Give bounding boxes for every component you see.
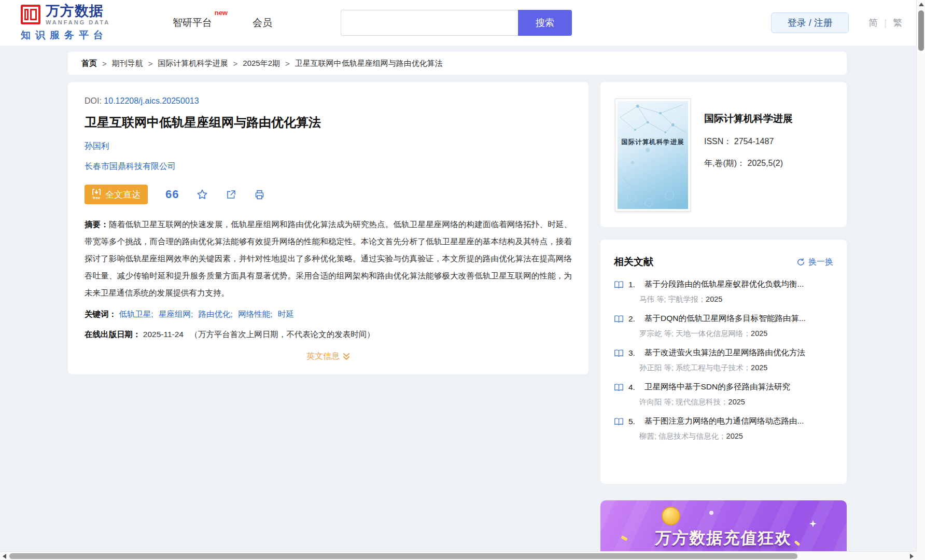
book-icon bbox=[614, 417, 624, 426]
related-doc-meta: 孙正阳 等; 系统工程与电子技术；2025 bbox=[639, 363, 833, 373]
related-doc-link[interactable]: 卫星网络中基于SDN的多径路由算法研究 bbox=[644, 382, 790, 393]
keyword-separator: ; bbox=[191, 310, 193, 318]
breadcrumb-journal-nav[interactable]: 期刊导航 bbox=[112, 59, 143, 68]
related-docs-title: 相关文献 bbox=[614, 255, 653, 269]
issn-value: 2754-1487 bbox=[734, 137, 774, 146]
article-card: DOI: 10.12208/j.aics.20250013 卫星互联网中低轨星座… bbox=[68, 82, 588, 374]
related-doc-link[interactable]: 基于DQN的低轨卫星网络多目标智能路由算... bbox=[644, 313, 806, 324]
abstract-text: 随着低轨卫星互联网的快速发展，低轨星座组网和路由优化算法成为研究热点。低轨卫星星… bbox=[85, 220, 572, 297]
vertical-scroll-thumb[interactable] bbox=[918, 10, 924, 51]
keyword-link[interactable]: 星座组网 bbox=[159, 310, 191, 318]
related-doc-item: 4. 卫星网络中基于SDN的多径路由算法研究 许向阳 等; 现代信息科技；202… bbox=[614, 382, 833, 407]
keyword-link[interactable]: 路由优化 bbox=[199, 310, 231, 318]
related-doc-link[interactable]: 基于分段路由的低轨星座蚁群优化负载均衡... bbox=[644, 279, 804, 290]
print-icon[interactable] bbox=[254, 189, 265, 200]
star-icon[interactable] bbox=[197, 189, 208, 200]
scroll-left-arrow[interactable] bbox=[3, 554, 6, 559]
refresh-icon bbox=[796, 258, 805, 267]
journal-cover-title: 国际计算机科学进展 bbox=[618, 138, 688, 147]
keyword-link[interactable]: 低轨卫星 bbox=[119, 310, 151, 318]
scroll-right-arrow[interactable] bbox=[910, 554, 914, 559]
main-nav: 智研平台 new 会员 bbox=[173, 16, 272, 30]
search-box: 搜索 bbox=[341, 10, 572, 36]
journal-title-link[interactable]: 国际计算机科学进展 bbox=[704, 112, 793, 125]
sidebar: 国际计算机科学进展 国际计算机科学进展 ISSN： 2754-1487 年,卷(… bbox=[600, 82, 847, 560]
search-button[interactable]: 搜索 bbox=[518, 10, 572, 36]
wanfang-logo[interactable]: 万方数据 WANFANG DATA 知识服务平台 bbox=[21, 4, 132, 42]
brand-tagline: 知识服务平台 bbox=[21, 29, 132, 42]
fulltext-button[interactable]: free 全文直达 bbox=[85, 185, 148, 204]
keyword-link[interactable]: 时延 bbox=[278, 310, 294, 318]
lang-traditional[interactable]: 繁 bbox=[893, 17, 902, 29]
lang-divider: | bbox=[884, 18, 887, 29]
related-doc-meta: 柳茜; 信息技术与信息化；2025 bbox=[639, 431, 833, 441]
breadcrumb: 首页 > 期刊导航 > 国际计算机科学进展 > 2025年2期 > 卫星互联网中… bbox=[68, 52, 847, 75]
doi-link[interactable]: 10.12208/j.aics.20250013 bbox=[104, 96, 199, 105]
issn-label: ISSN： bbox=[704, 137, 732, 146]
wanfang-logo-icon bbox=[21, 5, 40, 24]
related-doc-meta: 罗宗屹 等; 天地一体化信息网络；2025 bbox=[639, 329, 833, 339]
related-doc-meta: 许向阳 等; 现代信息科技；2025 bbox=[639, 397, 833, 407]
related-docs-list: 1. 基于分段路由的低轨星座蚁群优化负载均衡... 马伟 等; 宇航学报；202… bbox=[614, 279, 833, 441]
affiliation-link[interactable]: 长春市国鼎科技有限公司 bbox=[85, 161, 572, 172]
horizontal-scrollbar[interactable] bbox=[0, 551, 916, 560]
related-doc-item: 3. 基于改进萤火虫算法的卫星网络路由优化方法 孙正阳 等; 系统工程与电子技术… bbox=[614, 347, 833, 373]
author-link[interactable]: 孙国利 bbox=[85, 141, 572, 152]
publish-date: 2025-11-24 bbox=[143, 330, 184, 339]
volume-value: 2025,5(2) bbox=[748, 159, 783, 167]
new-badge: new bbox=[215, 9, 228, 17]
book-icon bbox=[614, 315, 624, 323]
related-doc-number: 4. bbox=[628, 383, 640, 392]
keyword-link[interactable]: 网络性能 bbox=[238, 310, 270, 318]
related-doc-number: 3. bbox=[628, 348, 640, 358]
volume-label: 年,卷(期)： bbox=[704, 159, 745, 167]
related-doc-item: 5. 基于图注意力网络的电力通信网络动态路由... 柳茜; 信息技术与信息化；2… bbox=[614, 416, 833, 441]
breadcrumb-separator: > bbox=[148, 59, 153, 68]
publish-date-row: 在线出版日期： 2025-11-24 （万方平台首次上网日期，不代表论文的发表时… bbox=[85, 326, 572, 343]
keywords-label: 关键词： bbox=[85, 310, 117, 318]
confetti bbox=[709, 511, 713, 515]
abstract: 摘要：随着低轨卫星互联网的快速发展，低轨星座组网和路由优化算法成为研究热点。低轨… bbox=[85, 216, 572, 301]
related-doc-link[interactable]: 基于改进萤火虫算法的卫星网络路由优化方法 bbox=[644, 347, 805, 358]
abstract-label: 摘要： bbox=[85, 220, 109, 229]
related-doc-item: 2. 基于DQN的低轨卫星网络多目标智能路由算... 罗宗屹 等; 天地一体化信… bbox=[614, 313, 833, 339]
breadcrumb-separator: > bbox=[233, 59, 238, 68]
breadcrumb-journal[interactable]: 国际计算机科学进展 bbox=[158, 59, 228, 68]
scrollbar-corner bbox=[916, 551, 925, 560]
quote-icon[interactable]: 66 bbox=[165, 189, 179, 200]
nav-item-zhiyan[interactable]: 智研平台 new bbox=[173, 16, 212, 30]
sparkle-icon bbox=[809, 520, 817, 527]
keyword-separator: ; bbox=[231, 310, 233, 318]
gold-coin-icon bbox=[662, 507, 680, 525]
horizontal-scroll-thumb[interactable] bbox=[9, 553, 797, 559]
keywords-row: 关键词： 低轨卫星; 星座组网; 路由优化; 网络性能; 时延 bbox=[85, 305, 572, 323]
related-doc-number: 2. bbox=[628, 314, 640, 324]
lang-simplified[interactable]: 简 bbox=[868, 17, 878, 29]
share-icon[interactable] bbox=[226, 189, 236, 200]
publish-date-note: （万方平台首次上网日期，不代表论文的发表时间） bbox=[190, 330, 375, 339]
journal-cover[interactable]: 国际计算机科学进展 bbox=[615, 99, 691, 212]
publish-date-label: 在线出版日期： bbox=[85, 330, 141, 339]
double-chevron-down-icon bbox=[343, 353, 350, 361]
book-icon bbox=[614, 383, 624, 391]
book-icon bbox=[614, 281, 624, 289]
breadcrumb-home[interactable]: 首页 bbox=[81, 59, 97, 68]
breadcrumb-current: 卫星互联网中低轨星座组网与路由优化算法 bbox=[295, 59, 443, 68]
nav-item-member[interactable]: 会员 bbox=[253, 16, 272, 30]
top-bar: 万方数据 WANFANG DATA 知识服务平台 智研平台 new 会员 搜索 … bbox=[0, 0, 925, 46]
related-docs-card: 相关文献 换一换 1. 基于分段路由的低轨星座蚁群优化负载均衡... 马伟 等;… bbox=[600, 240, 847, 484]
breadcrumb-issue[interactable]: 2025年2期 bbox=[243, 59, 280, 68]
related-doc-number: 1. bbox=[628, 280, 640, 289]
refresh-related-button[interactable]: 换一换 bbox=[796, 257, 833, 268]
related-doc-link[interactable]: 基于图注意力网络的电力通信网络动态路由... bbox=[644, 416, 804, 427]
brand-name-cn: 万方数据 bbox=[46, 4, 110, 18]
vertical-scrollbar[interactable] bbox=[916, 0, 925, 560]
login-register-button[interactable]: 登录 / 注册 bbox=[771, 12, 849, 33]
related-doc-number: 5. bbox=[628, 417, 640, 426]
related-doc-item: 1. 基于分段路由的低轨星座蚁群优化负载均衡... 马伟 等; 宇航学报；202… bbox=[614, 279, 833, 304]
free-download-icon: free bbox=[92, 189, 101, 200]
journal-card: 国际计算机科学进展 国际计算机科学进展 ISSN： 2754-1487 年,卷(… bbox=[600, 82, 847, 227]
scroll-up-arrow[interactable] bbox=[919, 3, 924, 6]
english-info-toggle[interactable]: 英文信息 bbox=[306, 351, 350, 362]
search-input[interactable] bbox=[341, 10, 518, 36]
